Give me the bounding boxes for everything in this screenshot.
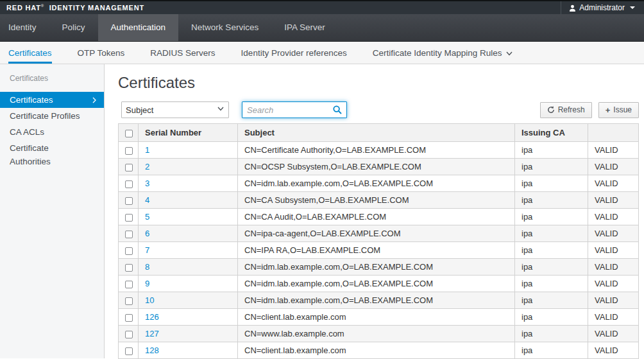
- status-cell: VALID: [588, 326, 639, 342]
- table-row: 8 CN=idm.lab.example.com,O=LAB.EXAMPLE.C…: [119, 259, 639, 276]
- main-nav: IdentityPolicyAuthenticationNetwork Serv…: [0, 14, 644, 42]
- row-checkbox[interactable]: [125, 214, 133, 222]
- sidebar-item-label: Certificates: [10, 93, 53, 107]
- sub-nav: Certificates OTP Tokens RADIUS Servers I…: [0, 42, 644, 64]
- row-select-cell: [119, 326, 139, 342]
- status-cell: VALID: [588, 225, 639, 242]
- table-row: 9 CN=idm.lab.example.com,O=LAB.EXAMPLE.C…: [119, 276, 639, 292]
- user-menu-label: Administrator: [579, 3, 625, 12]
- subtab[interactable]: RADIUS Servers: [150, 42, 215, 64]
- status-cell: VALID: [588, 276, 639, 292]
- serial-number-link[interactable]: 127: [145, 329, 159, 338]
- serial-number-link[interactable]: 126: [145, 312, 159, 322]
- subtab[interactable]: OTP Tokens: [78, 42, 125, 64]
- chevron-down-icon: [506, 51, 513, 56]
- row-select-cell: [119, 259, 139, 276]
- sidebar: Certificates Certificates Certificate Pr…: [0, 64, 105, 358]
- row-checkbox[interactable]: [125, 297, 133, 305]
- nav-tab[interactable]: IPA Server: [271, 14, 338, 41]
- subject-cell: CN=client.lab.example.com: [238, 342, 515, 359]
- serial-number-link[interactable]: 128: [145, 346, 159, 355]
- status-cell: VALID: [588, 192, 639, 209]
- row-select-cell: [119, 142, 139, 159]
- serial-cell: 1: [139, 142, 238, 159]
- issuing-ca-cell: ipa: [515, 209, 588, 225]
- row-checkbox[interactable]: [125, 180, 133, 188]
- issuing-ca-cell: ipa: [515, 192, 588, 209]
- issuing-ca-cell: ipa: [515, 159, 588, 175]
- user-menu[interactable]: Administrator: [561, 1, 644, 14]
- serial-cell: 2: [139, 159, 238, 175]
- row-checkbox[interactable]: [125, 164, 133, 171]
- column-header[interactable]: Serial Number: [139, 124, 238, 142]
- sidebar-item[interactable]: Certificates: [0, 92, 104, 108]
- brand-primary: RED HAT: [6, 4, 41, 12]
- row-checkbox[interactable]: [125, 331, 133, 338]
- nav-tab[interactable]: Policy: [49, 14, 98, 41]
- subject-cell: CN=idm.lab.example.com,O=LAB.EXAMPLE.COM: [238, 259, 515, 276]
- trademark-symbol: ®: [41, 4, 44, 8]
- status-cell: VALID: [588, 209, 639, 225]
- chevron-right-icon: [92, 97, 96, 103]
- column-header[interactable]: Subject: [238, 124, 515, 142]
- serial-number-link[interactable]: 10: [145, 295, 154, 305]
- issuing-ca-cell: ipa: [515, 242, 588, 259]
- nav-tab[interactable]: Authentication: [98, 14, 179, 41]
- sidebar-nav: Certificates Certificate Profiles CA ACL…: [0, 92, 104, 170]
- issue-button[interactable]: + Issue: [598, 102, 639, 118]
- row-checkbox[interactable]: [125, 247, 133, 255]
- serial-number-link[interactable]: 1: [145, 145, 149, 155]
- nav-tab-label: Identity: [8, 22, 37, 32]
- table-row: 5 CN=CA Audit,O=LAB.EXAMPLE.COM ipa VALI…: [119, 209, 639, 225]
- nav-tab-label: Network Services: [191, 22, 258, 32]
- status-cell: VALID: [588, 342, 639, 359]
- serial-number-link[interactable]: 5: [145, 212, 149, 222]
- search-input[interactable]: [242, 101, 347, 118]
- select-all-header[interactable]: [119, 124, 139, 142]
- page-title: Certificates: [118, 73, 639, 92]
- page-body: Certificates Certificates Certificate Pr…: [0, 64, 644, 358]
- row-checkbox[interactable]: [125, 197, 133, 205]
- status-cell: VALID: [588, 159, 639, 175]
- filter-select[interactable]: Subject: [121, 101, 229, 118]
- refresh-button-label: Refresh: [558, 105, 585, 114]
- row-checkbox[interactable]: [125, 264, 133, 272]
- serial-number-link[interactable]: 2: [145, 162, 149, 171]
- row-checkbox[interactable]: [125, 281, 133, 288]
- serial-number-link[interactable]: 9: [145, 279, 149, 288]
- serial-number-link[interactable]: 7: [145, 245, 149, 255]
- sidebar-header: Certificates: [0, 64, 104, 90]
- status-cell: VALID: [588, 242, 639, 259]
- caret-down-icon: [630, 6, 635, 9]
- nav-tab[interactable]: Network Services: [178, 14, 271, 41]
- column-header[interactable]: [588, 124, 639, 142]
- serial-number-link[interactable]: 8: [145, 262, 149, 272]
- serial-cell: 7: [139, 242, 238, 259]
- subtab[interactable]: Certificate Identity Mapping Rules: [373, 42, 513, 64]
- search-icon[interactable]: [333, 105, 342, 114]
- sidebar-item[interactable]: Certificate Profiles: [0, 108, 104, 124]
- subtab-label: OTP Tokens: [78, 42, 125, 64]
- serial-number-link[interactable]: 6: [145, 229, 149, 238]
- issuing-ca-cell: ipa: [515, 276, 588, 292]
- serial-number-link[interactable]: 4: [145, 195, 149, 205]
- nav-tab[interactable]: Identity: [0, 14, 49, 41]
- app: { "colors": { "accent": "#0088ce", "nav_…: [0, 0, 644, 359]
- subtab[interactable]: Certificates: [8, 42, 52, 64]
- serial-number-link[interactable]: 3: [145, 179, 149, 188]
- row-checkbox[interactable]: [125, 314, 133, 322]
- select-all-checkbox[interactable]: [125, 130, 133, 137]
- user-icon: [569, 4, 576, 12]
- sidebar-item[interactable]: CA ACLs: [0, 124, 104, 140]
- row-select-cell: [119, 192, 139, 209]
- sidebar-item[interactable]: Certificate Authorities: [0, 140, 104, 170]
- column-header[interactable]: Issuing CA: [515, 124, 588, 142]
- subtab[interactable]: Identity Provider references: [241, 42, 347, 64]
- row-select-cell: [119, 225, 139, 242]
- row-checkbox[interactable]: [125, 347, 133, 355]
- row-checkbox[interactable]: [125, 147, 133, 155]
- subject-cell: CN=idm.lab.example.com,O=LAB.EXAMPLE.COM: [238, 292, 515, 309]
- refresh-button[interactable]: Refresh: [540, 102, 592, 118]
- status-cell: VALID: [588, 309, 639, 326]
- row-checkbox[interactable]: [125, 231, 133, 238]
